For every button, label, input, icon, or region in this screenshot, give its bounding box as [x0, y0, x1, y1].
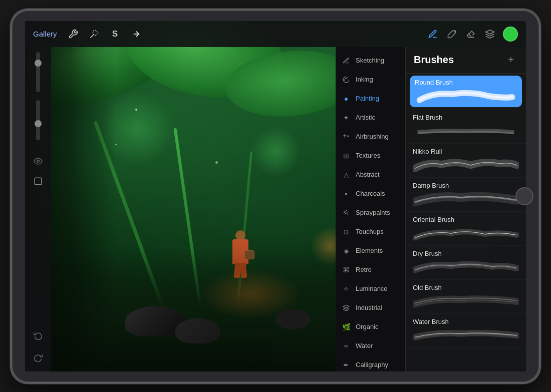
- wrench-icon[interactable]: [67, 28, 79, 40]
- brush-water-brush[interactable]: Water Brush: [406, 314, 526, 348]
- flat-brush-stroke: [413, 123, 519, 139]
- painting-label: Painting: [356, 95, 379, 102]
- device-frame: Gallery S: [10, 9, 541, 384]
- sparkle-2: [115, 144, 117, 145]
- undo-button[interactable]: [29, 326, 47, 344]
- category-artistic[interactable]: ✦ Artistic: [336, 108, 405, 127]
- svg-point-8: [347, 212, 347, 212]
- opacity-thumb[interactable]: [35, 120, 42, 127]
- selection-tool[interactable]: [29, 172, 47, 190]
- brush-round-brush[interactable]: Round Brush: [410, 76, 522, 108]
- organic-label: Organic: [356, 323, 379, 330]
- category-airbrushing[interactable]: Airbrushing: [336, 127, 405, 146]
- category-elements[interactable]: ◈ Elements: [336, 241, 405, 260]
- round-brush-stroke: [415, 88, 517, 104]
- gallery-button[interactable]: Gallery: [33, 30, 57, 38]
- category-industrial[interactable]: Industrial: [336, 298, 405, 317]
- sketching-label: Sketching: [356, 57, 384, 64]
- brush-list: Brushes + Round Brush Flat Brush: [406, 47, 526, 371]
- smudge-icon[interactable]: S: [109, 28, 121, 40]
- charcoals-label: Charcoals: [356, 190, 385, 197]
- touchups-label: Touchups: [356, 228, 384, 235]
- category-abstract[interactable]: △ Abstract: [336, 165, 405, 184]
- toolbar-right-icons: [427, 27, 518, 42]
- brush-flat-brush[interactable]: Flat Brush: [406, 110, 526, 144]
- nikko-rull-name: Nikko Rull: [413, 148, 519, 155]
- airbrushing-icon: [342, 132, 351, 141]
- svg-point-7: [344, 212, 344, 213]
- dry-brush-stroke: [413, 259, 519, 275]
- svg-marker-2: [486, 30, 494, 34]
- wand-icon[interactable]: [88, 28, 100, 40]
- layers-tool-icon[interactable]: [484, 28, 496, 40]
- category-spraypaints[interactable]: Spraypaints: [336, 203, 405, 222]
- color-picker[interactable]: [503, 27, 518, 42]
- category-list: Sketching Inking ● Painting ✦ Artisti: [336, 47, 406, 371]
- damp-brush-stroke: [413, 191, 519, 207]
- retro-icon: ⌘: [342, 265, 351, 274]
- category-sketching[interactable]: Sketching: [336, 51, 405, 70]
- sparkle-3: [215, 161, 218, 164]
- industrial-label: Industrial: [356, 304, 382, 311]
- sidebar-bottom: [29, 326, 47, 366]
- dry-brush-name: Dry Brush: [413, 250, 519, 257]
- category-touchups[interactable]: ⊙ Touchups: [336, 222, 405, 241]
- brush-oriental-brush[interactable]: Oriental Brush: [406, 212, 526, 246]
- abstract-icon: △: [342, 170, 351, 179]
- svg-point-5: [345, 211, 345, 212]
- spraypaints-icon: [342, 208, 351, 217]
- brush-dry-brush[interactable]: Dry Brush: [406, 246, 526, 280]
- sketching-icon: [342, 56, 351, 65]
- brush-panel: Sketching Inking ● Painting ✦ Artisti: [336, 47, 526, 371]
- svg-point-6: [346, 210, 346, 211]
- flat-brush-name: Flat Brush: [413, 114, 519, 121]
- retro-label: Retro: [356, 266, 372, 273]
- category-inking[interactable]: Inking: [336, 70, 405, 89]
- brush-size-slider[interactable]: [36, 52, 40, 92]
- arrow-icon[interactable]: [130, 28, 142, 40]
- damp-brush-name: Damp Brush: [413, 182, 519, 189]
- calligraphy-label: Calligraphy: [356, 361, 388, 368]
- toolbar-left-icons: S: [67, 28, 142, 40]
- old-brush-stroke: [413, 293, 519, 309]
- category-calligraphy[interactable]: ✒ Calligraphy: [336, 355, 405, 371]
- nikko-rull-stroke: [413, 157, 519, 173]
- brush-old-brush[interactable]: Old Brush: [406, 280, 526, 314]
- svg-point-9: [345, 213, 346, 214]
- brush-tool-icon[interactable]: [446, 28, 458, 40]
- category-luminance[interactable]: ✧ Luminance: [336, 279, 405, 298]
- redo-button[interactable]: [29, 348, 47, 366]
- elements-icon: ◈: [342, 246, 351, 255]
- old-brush-name: Old Brush: [413, 284, 519, 291]
- round-brush-name: Round Brush: [415, 79, 517, 86]
- brush-list-header: Brushes +: [406, 47, 526, 74]
- category-charcoals[interactable]: ▪ Charcoals: [336, 184, 405, 203]
- home-button[interactable]: [515, 187, 533, 205]
- airbrushing-label: Airbrushing: [356, 133, 389, 140]
- opacity-slider-group: [36, 100, 40, 140]
- eraser-tool-icon[interactable]: [465, 28, 477, 40]
- pencil-tool-icon[interactable]: [427, 28, 439, 40]
- textures-label: Textures: [356, 152, 380, 159]
- opacity-slider[interactable]: [36, 100, 40, 140]
- brush-nikko-rull[interactable]: Nikko Rull: [406, 144, 526, 178]
- category-retro[interactable]: ⌘ Retro: [336, 260, 405, 279]
- category-water[interactable]: ≈ Water: [336, 336, 405, 355]
- category-organic[interactable]: 🌿 Organic: [336, 317, 405, 336]
- water-brush-stroke: [413, 327, 519, 343]
- charcoals-icon: ▪: [342, 189, 351, 198]
- svg-rect-4: [35, 178, 42, 185]
- brush-size-thumb[interactable]: [35, 60, 42, 67]
- category-painting[interactable]: ● Painting: [336, 89, 405, 108]
- add-brush-button[interactable]: +: [504, 53, 518, 67]
- rock-2: [175, 318, 220, 343]
- category-textures[interactable]: ⊞ Textures: [336, 146, 405, 165]
- oriental-brush-name: Oriental Brush: [413, 216, 519, 223]
- brush-damp-brush[interactable]: Damp Brush: [406, 178, 526, 212]
- visibility-tool[interactable]: [29, 152, 47, 170]
- sparkle-1: [135, 109, 137, 111]
- industrial-icon: [342, 303, 351, 312]
- textures-icon: ⊞: [342, 151, 351, 160]
- painting-icon: ●: [342, 94, 351, 103]
- spraypaints-label: Spraypaints: [356, 209, 390, 216]
